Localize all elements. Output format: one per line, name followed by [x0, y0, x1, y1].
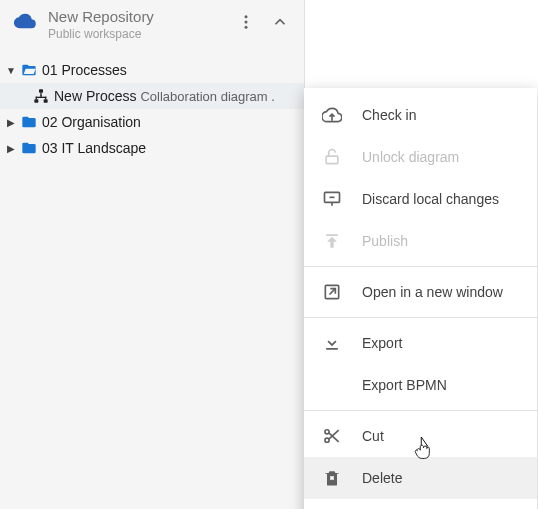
menu-item-label: Open in a new window [362, 284, 503, 300]
menu-item-label: Cut [362, 428, 384, 444]
menu-item-label: Unlock diagram [362, 149, 459, 165]
tree-item-organisation[interactable]: ▶ 02 Organisation [0, 109, 304, 135]
menu-separator [304, 317, 537, 318]
tree-item-label: 02 Organisation [42, 114, 141, 130]
repository-title: New Repository [48, 8, 232, 26]
menu-item-rename: Rename [304, 499, 537, 509]
cloud-icon [14, 10, 36, 32]
publish-icon [320, 231, 344, 251]
tree-item-type: Collaboration diagram . [140, 89, 274, 104]
unlock-icon [320, 147, 344, 167]
collapse-button[interactable] [266, 8, 294, 36]
context-menu: Check in Unlock diagram Discard local ch… [304, 88, 537, 509]
repository-sidebar: New Repository Public workspace ▼ 01 Pro… [0, 0, 305, 509]
caret-down-icon: ▼ [4, 65, 18, 76]
tree-item-label: 03 IT Landscape [42, 140, 146, 156]
discard-icon [320, 189, 344, 209]
trash-icon [320, 468, 344, 488]
repository-subtitle: Public workspace [48, 27, 232, 41]
chevron-up-icon [271, 13, 289, 31]
folder-icon [20, 140, 38, 156]
scissors-icon [320, 426, 344, 446]
menu-item-label: Publish [362, 233, 408, 249]
menu-item-open-window[interactable]: Open in a new window [304, 271, 537, 313]
tree-item-it-landscape[interactable]: ▶ 03 IT Landscape [0, 135, 304, 161]
repository-titles: New Repository Public workspace [48, 8, 232, 41]
menu-item-label: Export BPMN [362, 377, 447, 393]
folder-open-icon [20, 62, 38, 78]
svg-point-1 [245, 21, 248, 24]
svg-line-12 [330, 289, 336, 295]
tree-item-new-process[interactable]: New Process Collaboration diagram . [0, 83, 304, 109]
caret-right-icon: ▶ [4, 143, 18, 154]
tree-item-processes[interactable]: ▼ 01 Processes [0, 57, 304, 83]
repository-tree: ▼ 01 Processes New Process Collaboration… [0, 55, 304, 161]
tree-item-label: New Process [54, 88, 136, 104]
folder-icon [20, 114, 38, 130]
menu-item-label: Discard local changes [362, 191, 499, 207]
svg-rect-7 [326, 156, 338, 164]
svg-point-0 [245, 15, 248, 18]
svg-rect-4 [34, 99, 38, 102]
repository-header: New Repository Public workspace [0, 0, 304, 55]
cloud-upload-icon [320, 105, 344, 125]
menu-item-cut[interactable]: Cut [304, 415, 537, 457]
more-options-button[interactable] [232, 8, 260, 36]
download-icon [320, 333, 344, 353]
menu-item-export[interactable]: Export [304, 322, 537, 364]
svg-rect-3 [39, 89, 43, 92]
menu-item-label: Check in [362, 107, 416, 123]
sitemap-icon [32, 88, 50, 104]
menu-item-label: Delete [362, 470, 402, 486]
open-new-window-icon [320, 282, 344, 302]
menu-item-unlock: Unlock diagram [304, 136, 537, 178]
menu-item-export-bpmn[interactable]: Export BPMN [304, 364, 537, 406]
caret-right-icon: ▶ [4, 117, 18, 128]
menu-item-delete[interactable]: Delete [304, 457, 537, 499]
menu-item-check-in[interactable]: Check in [304, 94, 537, 136]
menu-item-discard[interactable]: Discard local changes [304, 178, 537, 220]
svg-point-2 [245, 26, 248, 29]
tree-item-label: 01 Processes [42, 62, 127, 78]
menu-separator [304, 410, 537, 411]
menu-item-publish: Publish [304, 220, 537, 262]
svg-rect-5 [44, 99, 48, 102]
menu-item-label: Export [362, 335, 402, 351]
more-vert-icon [237, 13, 255, 31]
menu-separator [304, 266, 537, 267]
